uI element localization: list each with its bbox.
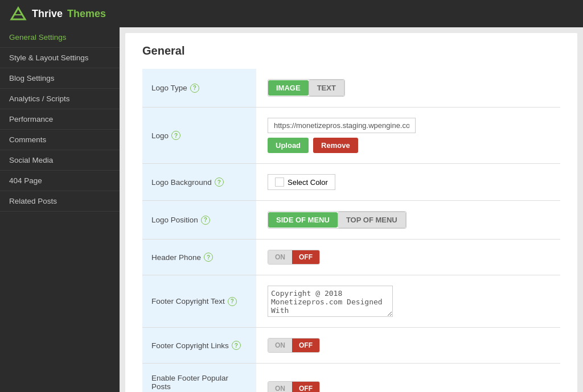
logo-upload-area: Upload Remove bbox=[268, 118, 416, 153]
row-enable-footer-popular-posts: Enable Footer Popular Posts ? ON OFF bbox=[142, 364, 560, 392]
content-area: General Logo Type ? IMAGE TEXT Logo ? bbox=[125, 33, 577, 392]
row-header-phone: Header Phone ? ON OFF bbox=[142, 240, 560, 275]
sidebar-item-general-settings[interactable]: General Settings bbox=[0, 27, 120, 48]
help-icon-logo-position[interactable]: ? bbox=[201, 216, 210, 225]
footer-copyright-links-on[interactable]: ON bbox=[268, 339, 292, 352]
label-enable-footer-popular-posts: Enable Footer Popular Posts ? bbox=[142, 364, 256, 392]
help-icon-logo[interactable]: ? bbox=[171, 131, 180, 140]
logo-position-toggle: SIDE OF MENU TOP OF MENU bbox=[268, 211, 407, 229]
label-footer-copyright-text: Footer Copyright Text ? bbox=[142, 275, 256, 327]
row-logo-position: Logo Position ? SIDE OF MENU TOP OF MENU bbox=[142, 201, 560, 240]
help-icon-footer-copyright-links[interactable]: ? bbox=[232, 341, 241, 350]
footer-popular-posts-off[interactable]: OFF bbox=[292, 382, 319, 393]
content-header-phone: ON OFF bbox=[256, 240, 560, 275]
sidebar: General Settings Style & Layout Settings… bbox=[0, 27, 120, 392]
color-swatch bbox=[275, 178, 284, 187]
row-logo-type: Logo Type ? IMAGE TEXT bbox=[142, 69, 560, 108]
content-footer-copyright-text: Copyright @ 2018 Monetizepros.com Design… bbox=[256, 275, 560, 327]
sidebar-item-blog-settings[interactable]: Blog Settings bbox=[0, 68, 120, 89]
content-enable-footer-popular-posts: ON OFF bbox=[256, 364, 560, 392]
footer-popular-posts-on[interactable]: ON bbox=[268, 382, 292, 393]
help-icon-header-phone[interactable]: ? bbox=[204, 253, 213, 262]
footer-copyright-text-input[interactable]: Copyright @ 2018 Monetizepros.com Design… bbox=[268, 286, 393, 317]
sidebar-item-style-layout[interactable]: Style & Layout Settings bbox=[0, 48, 120, 68]
header-phone-toggle: ON OFF bbox=[268, 250, 320, 265]
label-header-phone: Header Phone ? bbox=[142, 240, 256, 275]
label-logo: Logo ? bbox=[142, 108, 256, 163]
label-footer-copyright-links: Footer Copyright Links ? bbox=[142, 328, 256, 363]
thrive-logo-icon bbox=[9, 5, 27, 23]
header-phone-on[interactable]: ON bbox=[268, 250, 292, 264]
footer-popular-posts-toggle: ON OFF bbox=[268, 381, 320, 393]
row-logo-background: Logo Background ? Select Color bbox=[142, 164, 560, 201]
row-footer-copyright-text: Footer Copyright Text ? Copyright @ 2018… bbox=[142, 275, 560, 328]
content-logo-type: IMAGE TEXT bbox=[256, 69, 560, 107]
header-phone-off[interactable]: OFF bbox=[292, 250, 319, 264]
main-layout: General Settings Style & Layout Settings… bbox=[0, 27, 583, 392]
sidebar-item-analytics[interactable]: Analytics / Scripts bbox=[0, 89, 120, 109]
sidebar-item-related-posts[interactable]: Related Posts bbox=[0, 191, 120, 212]
row-logo: Logo ? Upload Remove bbox=[142, 108, 560, 164]
help-icon-logo-background[interactable]: ? bbox=[215, 178, 224, 187]
page-title: General bbox=[142, 44, 560, 57]
content-footer-copyright-links: ON OFF bbox=[256, 328, 560, 363]
row-footer-copyright-links: Footer Copyright Links ? ON OFF bbox=[142, 328, 560, 364]
content-logo-background: Select Color bbox=[256, 164, 560, 200]
sidebar-item-social-media[interactable]: Social Media bbox=[0, 150, 120, 171]
logo-remove-button[interactable]: Remove bbox=[313, 138, 358, 153]
logo-position-side-button[interactable]: SIDE OF MENU bbox=[268, 212, 338, 228]
help-icon-footer-copyright-text[interactable]: ? bbox=[228, 297, 237, 306]
logo-thrive-text: Thrive bbox=[32, 8, 63, 20]
logo-type-toggle: IMAGE TEXT bbox=[268, 79, 345, 97]
footer-copyright-links-off[interactable]: OFF bbox=[292, 339, 319, 352]
logo-upload-button[interactable]: Upload bbox=[268, 138, 309, 153]
logo-upload-buttons: Upload Remove bbox=[268, 138, 416, 153]
logo-type-text-button[interactable]: TEXT bbox=[309, 80, 344, 96]
logo-url-input[interactable] bbox=[268, 118, 416, 133]
label-logo-background: Logo Background ? bbox=[142, 164, 256, 200]
help-icon-logo-type[interactable]: ? bbox=[190, 84, 199, 93]
color-select-label: Select Color bbox=[288, 178, 328, 187]
footer-copyright-links-toggle: ON OFF bbox=[268, 338, 320, 353]
sidebar-item-comments[interactable]: Comments bbox=[0, 130, 120, 150]
content-logo: Upload Remove bbox=[256, 108, 560, 163]
label-logo-type: Logo Type ? bbox=[142, 69, 256, 107]
sidebar-item-performance[interactable]: Performance bbox=[0, 109, 120, 130]
logo-position-top-button[interactable]: TOP OF MENU bbox=[338, 212, 406, 228]
logo-background-color-button[interactable]: Select Color bbox=[268, 174, 335, 190]
sidebar-item-404-page[interactable]: 404 Page bbox=[0, 171, 120, 191]
logo-themes-text: Themes bbox=[67, 8, 106, 20]
logo-type-image-button[interactable]: IMAGE bbox=[268, 80, 309, 96]
content-logo-position: SIDE OF MENU TOP OF MENU bbox=[256, 201, 560, 239]
label-logo-position: Logo Position ? bbox=[142, 201, 256, 239]
app-header: Thrive Themes bbox=[0, 0, 583, 27]
